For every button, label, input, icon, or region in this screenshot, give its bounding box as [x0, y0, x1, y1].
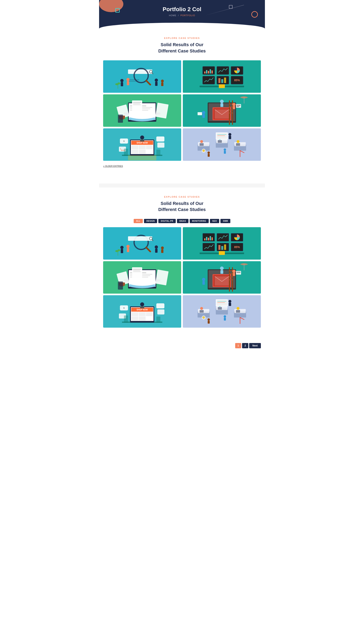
- svg-point-205: [232, 270, 236, 273]
- svg-rect-107: [124, 149, 128, 156]
- svg-point-226: [140, 302, 144, 306]
- svg-point-144: [155, 246, 158, 249]
- next-button[interactable]: Next: [249, 343, 261, 348]
- svg-rect-128: [208, 154, 210, 157]
- portfolio-card-2-5[interactable]: SHOP NOW $: [103, 295, 181, 328]
- svg-rect-96: [139, 150, 146, 154]
- breadcrumb-current: PORTFOLIO: [180, 14, 195, 17]
- svg-point-98: [140, 135, 144, 139]
- svg-rect-9: [127, 81, 129, 85]
- svg-point-126: [202, 149, 205, 152]
- portfolio-card-2-2[interactable]: 85%: [183, 227, 261, 260]
- svg-rect-188: [118, 282, 123, 290]
- svg-rect-28: [210, 69, 211, 74]
- svg-rect-254: [208, 321, 210, 324]
- svg-rect-221: [132, 312, 138, 316]
- filter-digital-pr[interactable]: DIGITAL-PR: [158, 219, 176, 223]
- svg-point-213: [220, 267, 224, 270]
- svg-rect-82: [198, 112, 202, 115]
- filter-design[interactable]: DESIGN: [144, 219, 157, 223]
- portfolio-card-2-3[interactable]: [103, 261, 181, 294]
- svg-rect-13: [161, 82, 164, 86]
- svg-rect-131: [200, 143, 204, 146]
- card-1-illustration: [103, 60, 181, 93]
- svg-rect-73: [229, 113, 233, 113]
- svg-rect-161: [212, 237, 213, 240]
- svg-rect-133: [236, 143, 240, 146]
- svg-rect-108: [156, 150, 160, 156]
- card-6-illustration: [183, 128, 261, 161]
- older-entries-link[interactable]: « OLDER ENTRIES: [103, 164, 261, 175]
- svg-rect-81: [202, 114, 205, 118]
- svg-rect-59: [133, 102, 141, 103]
- svg-rect-22: [219, 84, 225, 88]
- portfolio-card-4[interactable]: [183, 94, 261, 127]
- svg-point-16: [118, 82, 120, 84]
- section-portfolio-filtered: EXPLORE CASE STUDIES Solid Results of Ou…: [99, 187, 265, 339]
- svg-point-238: [200, 307, 203, 310]
- svg-rect-124: [229, 136, 231, 139]
- card-2-3-illustration: [103, 261, 181, 294]
- page-title: Portfolio 2 Col: [103, 6, 261, 13]
- svg-rect-99: [140, 139, 144, 142]
- filter-smm[interactable]: SMM: [220, 219, 230, 223]
- section2-label: EXPLORE CASE STUDIES: [103, 196, 261, 198]
- svg-rect-256: [224, 318, 226, 321]
- svg-rect-41: [224, 78, 226, 83]
- portfolio-card-1[interactable]: [103, 60, 181, 93]
- svg-rect-202: [229, 273, 233, 274]
- svg-rect-106: [157, 143, 164, 148]
- svg-rect-259: [236, 310, 240, 313]
- svg-rect-11: [155, 82, 158, 86]
- portfolio-card-2-4[interactable]: [183, 261, 261, 294]
- filter-seo[interactable]: SEO: [210, 219, 220, 223]
- card-2-6-illustration: [183, 295, 261, 328]
- filter-all[interactable]: ALL: [134, 219, 143, 223]
- card-4-illustration: [183, 94, 261, 127]
- filter-ideas[interactable]: IDEAS: [177, 219, 188, 223]
- svg-rect-234: [156, 316, 160, 323]
- page-2-button[interactable]: 2: [242, 343, 248, 348]
- portfolio-card-2-6[interactable]: [183, 295, 261, 328]
- svg-rect-225: [139, 316, 146, 321]
- svg-rect-94: [146, 145, 153, 149]
- section1-label: EXPLORE CASE STUDIES: [103, 37, 261, 39]
- svg-rect-39: [218, 78, 220, 83]
- svg-text:85%: 85%: [234, 246, 240, 249]
- card-2-illustration: 85%: [183, 60, 261, 93]
- svg-point-123: [228, 133, 231, 136]
- svg-rect-95: [132, 150, 138, 154]
- svg-rect-134: [112, 227, 172, 260]
- page-1-button[interactable]: 1: [235, 343, 242, 348]
- svg-point-80: [202, 111, 205, 114]
- svg-point-150: [118, 249, 120, 251]
- breadcrumb-home[interactable]: HOME: [169, 14, 176, 17]
- portfolio-card-3[interactable]: [103, 94, 181, 127]
- filter-monitoring[interactable]: MONITORING: [190, 219, 209, 223]
- svg-rect-190: [133, 269, 141, 270]
- breadcrumb-separator: /: [178, 14, 179, 17]
- portfolio-card-5[interactable]: SHOP NOW $: [103, 128, 181, 161]
- svg-rect-230: [156, 303, 164, 308]
- decorative-square-tl: [115, 8, 120, 13]
- card-3-illustration: [103, 94, 181, 127]
- svg-rect-29: [212, 71, 213, 74]
- portfolio-card-6[interactable]: [183, 128, 261, 161]
- svg-rect-203: [229, 276, 233, 277]
- svg-rect-7: [121, 82, 123, 86]
- svg-rect-170: [218, 245, 220, 250]
- svg-text:$: $: [123, 140, 124, 142]
- svg-rect-57: [118, 115, 123, 123]
- svg-point-142: [126, 245, 130, 248]
- svg-rect-147: [161, 249, 164, 253]
- portfolio-card-2[interactable]: 85%: [183, 60, 261, 93]
- svg-rect-227: [140, 306, 144, 308]
- svg-point-10: [155, 79, 158, 82]
- svg-rect-158: [206, 237, 207, 240]
- svg-rect-120: [216, 133, 227, 139]
- card-2-1-illustration: [103, 227, 181, 260]
- svg-rect-18: [129, 81, 137, 82]
- svg-text:85%: 85%: [234, 79, 240, 82]
- card-2-5-illustration: SHOP NOW $: [103, 295, 181, 328]
- portfolio-card-2-1[interactable]: [103, 227, 181, 260]
